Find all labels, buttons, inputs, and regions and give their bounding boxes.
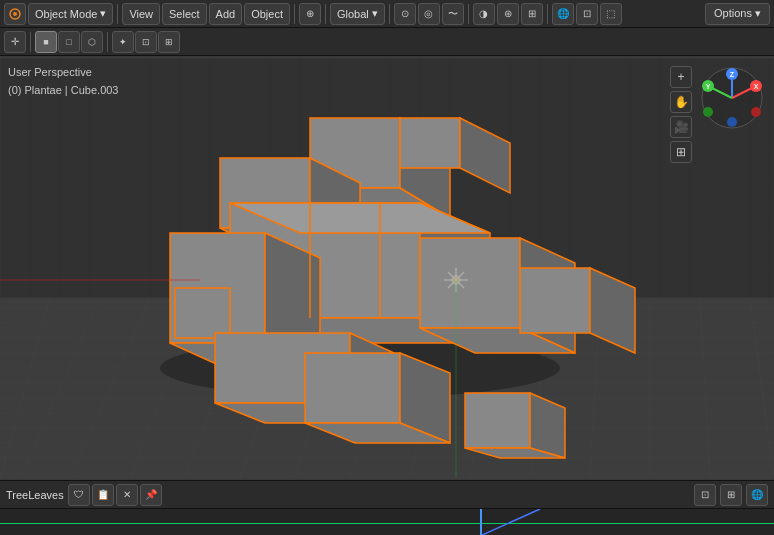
close-icon-btn[interactable]: ✕ bbox=[116, 484, 138, 506]
timeline-header: TreeLeaves 🛡 📋 ✕ 📌 ⊡ ⊞ 🌐 bbox=[0, 481, 774, 509]
3d-scene bbox=[0, 56, 774, 480]
vertex-mode-btn[interactable]: ✦ bbox=[112, 31, 134, 53]
select-menu[interactable]: Select bbox=[162, 3, 207, 25]
sep6 bbox=[547, 4, 548, 24]
sep1 bbox=[117, 4, 118, 24]
right-toolbar: + ✋ 🎥 ⊞ bbox=[670, 66, 692, 163]
xray-icon[interactable]: ⊞ bbox=[521, 3, 543, 25]
timeline-name: TreeLeaves bbox=[6, 489, 64, 501]
timeline-right-btn2[interactable]: ⊞ bbox=[720, 484, 742, 506]
ortho-btn[interactable]: ⊞ bbox=[670, 141, 692, 163]
curve-icon[interactable]: 〜 bbox=[442, 3, 464, 25]
sep4 bbox=[389, 4, 390, 24]
object-mode-chevron: ▾ bbox=[100, 7, 106, 20]
viewport[interactable]: User Perspective (0) Plantae | Cube.003 … bbox=[0, 56, 774, 480]
shield-icon-btn[interactable]: 🛡 bbox=[68, 484, 90, 506]
fullscreen-icon[interactable]: ⬚ bbox=[600, 3, 622, 25]
timeline-playhead bbox=[480, 509, 482, 535]
circle-select-btn[interactable]: □ bbox=[58, 31, 80, 53]
timeline-track[interactable] bbox=[0, 509, 774, 535]
add-menu[interactable]: Add bbox=[209, 3, 243, 25]
lasso-select-btn[interactable]: ⬡ bbox=[81, 31, 103, 53]
object-menu[interactable]: Object bbox=[244, 3, 290, 25]
pivot-group: ✦ ⊡ ⊞ bbox=[112, 31, 180, 53]
snap-icon[interactable]: ⊙ bbox=[394, 3, 416, 25]
transform-icon[interactable]: ⊕ bbox=[299, 3, 321, 25]
svg-text:Z: Z bbox=[730, 71, 735, 78]
viewport-shading-icon[interactable]: ◑ bbox=[473, 3, 495, 25]
face-mode-btn[interactable]: ⊞ bbox=[158, 31, 180, 53]
svg-point-117 bbox=[751, 107, 761, 117]
bottom-bar: TreeLeaves 🛡 📋 ✕ 📌 ⊡ ⊞ 🌐 bbox=[0, 480, 774, 535]
pan-btn[interactable]: ✋ bbox=[670, 91, 692, 113]
object-mode-label: Object Mode bbox=[35, 8, 97, 20]
svg-marker-81 bbox=[420, 238, 520, 328]
object-mode-btn[interactable]: Object Mode ▾ bbox=[28, 3, 113, 25]
svg-marker-80 bbox=[175, 288, 230, 338]
timeline-icons: 🛡 📋 ✕ 📌 bbox=[68, 484, 162, 506]
global-btn[interactable]: Global ▾ bbox=[330, 3, 385, 25]
svg-marker-84 bbox=[520, 268, 590, 333]
cursor-icon[interactable]: ✛ bbox=[4, 31, 26, 53]
svg-marker-91 bbox=[305, 353, 400, 423]
second-toolbar: ✛ ■ □ ⬡ ✦ ⊡ ⊞ bbox=[0, 28, 774, 56]
svg-text:X: X bbox=[754, 83, 759, 90]
select-mode-group: ■ □ ⬡ bbox=[35, 31, 103, 53]
svg-line-118 bbox=[480, 509, 540, 535]
navigation-gizmo[interactable]: Z X Y bbox=[698, 64, 766, 132]
overlay-icon[interactable]: ⊛ bbox=[497, 3, 519, 25]
pin-icon-btn[interactable]: 📌 bbox=[140, 484, 162, 506]
view-menu[interactable]: View bbox=[122, 3, 160, 25]
svg-point-115 bbox=[727, 117, 737, 127]
sep3 bbox=[325, 4, 326, 24]
svg-text:Y: Y bbox=[706, 83, 711, 90]
timeline-right-btn1[interactable]: ⊡ bbox=[694, 484, 716, 506]
options-btn[interactable]: Options ▾ bbox=[705, 3, 770, 25]
top-toolbar: Object Mode ▾ View Select Add Object ⊕ G… bbox=[0, 0, 774, 28]
svg-marker-94 bbox=[465, 393, 530, 448]
camera-btn[interactable]: 🎥 bbox=[670, 116, 692, 138]
sep5 bbox=[468, 4, 469, 24]
timeline-right-btn3[interactable]: 🌐 bbox=[746, 484, 768, 506]
box-select-btn[interactable]: ■ bbox=[35, 31, 57, 53]
sep8 bbox=[107, 32, 108, 52]
workspace-icon[interactable]: ⊡ bbox=[576, 3, 598, 25]
copy-icon-btn[interactable]: 📋 bbox=[92, 484, 114, 506]
sep7 bbox=[30, 32, 31, 52]
blender-icon-btn[interactable] bbox=[4, 3, 26, 25]
edge-mode-btn[interactable]: ⊡ bbox=[135, 31, 157, 53]
svg-point-116 bbox=[703, 107, 713, 117]
svg-marker-68 bbox=[400, 118, 460, 168]
sep2 bbox=[294, 4, 295, 24]
zoom-in-btn[interactable]: + bbox=[670, 66, 692, 88]
proportional-icon[interactable]: ◎ bbox=[418, 3, 440, 25]
render-mode-icon[interactable]: 🌐 bbox=[552, 3, 574, 25]
svg-point-1 bbox=[13, 12, 17, 16]
